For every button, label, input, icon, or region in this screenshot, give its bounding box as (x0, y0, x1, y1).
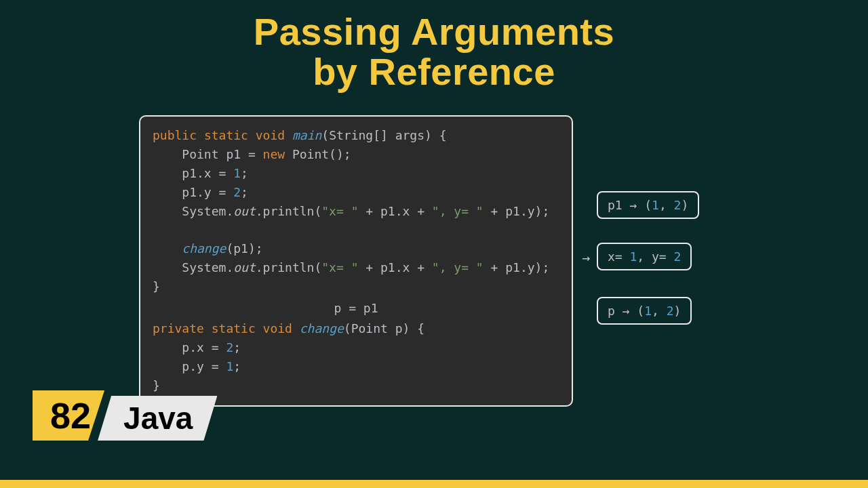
code-content-2: private static void change(Point p) { p.… (153, 319, 559, 395)
state-p1: p1 → (1, 2) (597, 191, 699, 219)
code-annotation: p = p1 (153, 299, 559, 318)
output-box: x= 1, y= 2 (597, 243, 692, 270)
arrow-icon: → (582, 249, 590, 266)
accent-bar (0, 480, 868, 488)
code-block: public static void main(String[] args) {… (139, 115, 573, 407)
title-line-2: by Reference (0, 52, 868, 92)
slide-title: Passing Arguments by Reference (0, 0, 868, 92)
state-p: p → (1, 2) (597, 297, 692, 325)
episode-badge: 82 Java (33, 390, 217, 441)
code-content: public static void main(String[] args) {… (153, 126, 559, 296)
episode-number: 82 (33, 390, 104, 441)
language-badge: Java (98, 396, 217, 441)
title-line-1: Passing Arguments (0, 12, 868, 52)
